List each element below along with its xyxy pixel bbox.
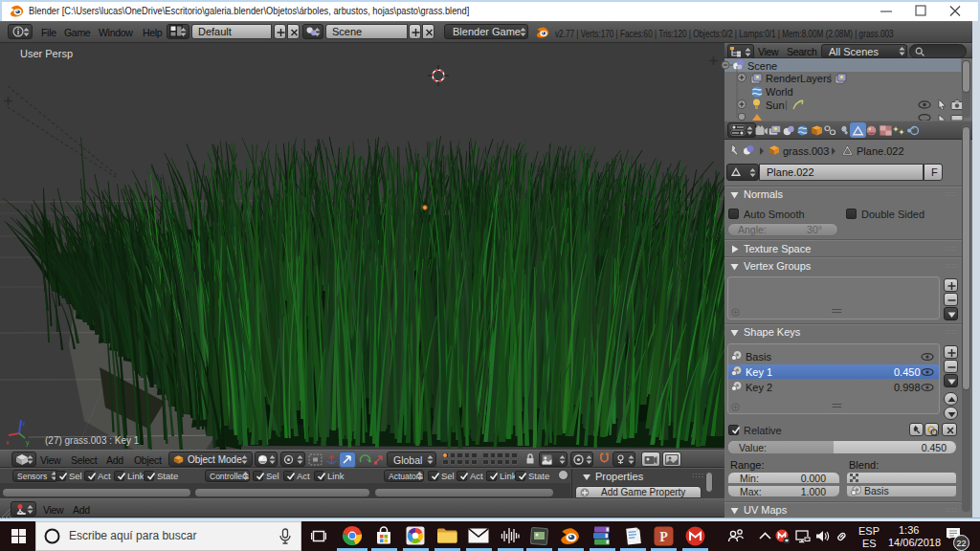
svg-text:22: 22 bbox=[956, 539, 966, 548]
svg-text:y: y bbox=[26, 439, 30, 447]
svg-text:P: P bbox=[659, 530, 668, 544]
svg-text:z: z bbox=[22, 420, 26, 427]
svg-text:x: x bbox=[6, 439, 10, 446]
